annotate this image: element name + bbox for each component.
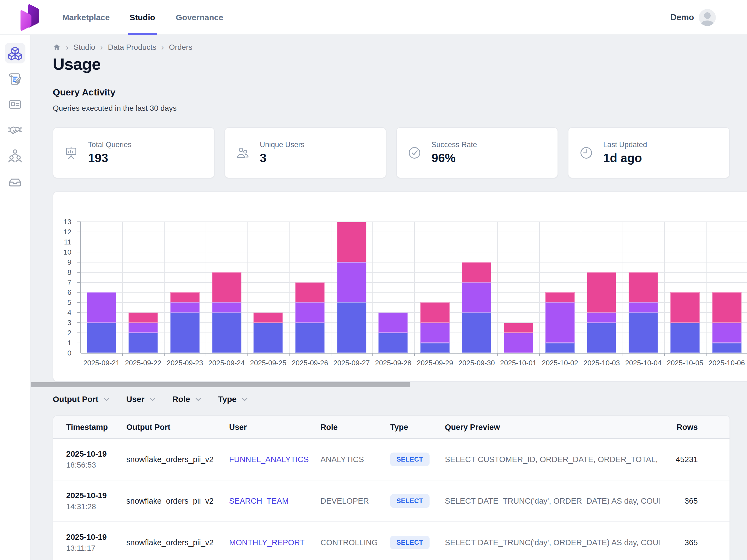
team-icon <box>7 148 23 163</box>
stats-row: Total Queries 193 Unique Users 3 Succe <box>53 127 730 178</box>
sidebar-item-teams[interactable] <box>5 146 25 166</box>
x-axis-label: 2025-10-01 <box>497 359 539 367</box>
nav-tab-governance[interactable]: Governance <box>176 0 223 35</box>
bar-segment-blue <box>462 312 491 353</box>
x-axis-label: 2025-09-26 <box>289 359 331 367</box>
filter-user[interactable]: User <box>126 394 157 404</box>
y-axis-label: 0 <box>53 349 76 357</box>
filter-label: Role <box>172 394 190 404</box>
avatar[interactable] <box>699 9 716 26</box>
gridline <box>81 262 747 262</box>
cell-query-preview: SELECT CUSTOMER_ID, ORDER_DATE, ORDER_TO… <box>445 455 660 464</box>
breadcrumb-studio[interactable]: Studio <box>74 43 95 52</box>
stat-value: 1d ago <box>603 151 647 165</box>
bar-segment-pink <box>504 323 533 333</box>
cell-date: 2025-10-19 <box>66 533 126 542</box>
gridline <box>372 222 373 353</box>
nav-tab-marketplace[interactable]: Marketplace <box>62 0 110 35</box>
sidebar-item-agreements[interactable] <box>5 120 25 141</box>
cell-user-link[interactable]: SEARCH_TEAM <box>229 497 320 506</box>
y-axis-label: 3 <box>53 319 76 327</box>
bar-segment-pink <box>295 282 325 303</box>
bar-segment-purple <box>712 323 742 343</box>
x-axis-line <box>81 353 747 354</box>
query-type-badge: SELECT <box>390 494 430 508</box>
cell-output-port: snowflake_orders_pii_v2 <box>126 455 229 464</box>
filter-type[interactable]: Type <box>218 394 249 404</box>
stat-value: 96% <box>432 151 477 165</box>
cell-time: 14:31:28 <box>66 502 126 511</box>
y-axis-label: 12 <box>53 228 76 236</box>
x-axis-label: 2025-09-24 <box>206 359 247 367</box>
filter-output-port[interactable]: Output Port <box>53 394 110 404</box>
horizontal-scrollbar-thumb[interactable] <box>31 382 410 387</box>
gridline <box>289 222 289 353</box>
gridline <box>623 222 623 353</box>
col-header-role: Role <box>320 423 390 432</box>
y-axis-label: 11 <box>53 238 76 246</box>
gridline <box>122 222 123 353</box>
breadcrumb-orders[interactable]: Orders <box>169 43 192 52</box>
clock-icon <box>579 146 593 160</box>
sidebar-item-inbox[interactable] <box>5 171 25 192</box>
check-circle-icon <box>407 146 422 160</box>
cell-query-preview: SELECT DATE_TRUNC('day', ORDER_DATE) AS … <box>445 538 660 547</box>
gridline <box>81 222 747 222</box>
cell-time: 13:11:17 <box>66 544 126 553</box>
sidebar-item-data-contracts[interactable] <box>5 68 25 89</box>
nav-tab-studio[interactable]: Studio <box>130 0 155 35</box>
stat-label: Success Rate <box>432 141 477 149</box>
filter-label: Type <box>218 394 236 404</box>
gridline <box>414 222 415 353</box>
bar-segment-pink <box>212 272 241 303</box>
bar-segment-blue <box>254 323 283 353</box>
x-axis-label: 2025-09-23 <box>164 359 206 367</box>
filter-role[interactable]: Role <box>172 394 202 404</box>
sidebar-item-output-ports[interactable] <box>5 94 25 115</box>
stat-label: Unique Users <box>260 141 305 149</box>
gridline <box>81 232 747 232</box>
bar-segment-blue <box>129 333 158 353</box>
bar-segment-pink <box>462 262 491 282</box>
y-axis-label: 9 <box>53 258 76 266</box>
gridline <box>81 242 747 242</box>
stat-value: 3 <box>260 151 305 165</box>
cell-output-port: snowflake_orders_pii_v2 <box>126 497 229 506</box>
home-icon[interactable] <box>53 43 61 51</box>
active-tab-underline <box>128 33 157 35</box>
bar-segment-purple <box>587 312 616 323</box>
bar-segment-pink <box>337 222 366 262</box>
user-name[interactable]: Demo <box>670 0 694 35</box>
bar-segment-purple <box>462 282 491 313</box>
gridline <box>331 222 331 353</box>
chevron-down-icon <box>241 396 249 403</box>
table-row[interactable]: 2025-10-19 13:11:17 snowflake_orders_pii… <box>53 522 729 560</box>
bar-segment-pink <box>420 302 450 323</box>
cell-user-link[interactable]: MONTHLY_REPORT <box>229 538 320 547</box>
gridline <box>706 222 706 353</box>
cell-user-link[interactable]: FUNNEL_ANALYTICS <box>229 455 320 464</box>
bar-segment-pink <box>587 272 616 313</box>
bar-segment-purple <box>129 323 158 333</box>
bar-segment-blue <box>212 312 241 353</box>
bar-segment-blue <box>170 312 200 353</box>
main-content: › Studio › Data Products › Orders Usage … <box>31 35 747 560</box>
y-axis-line <box>80 222 81 353</box>
app-logo-icon[interactable] <box>17 4 44 31</box>
bar-segment-purple <box>628 302 658 312</box>
x-axis-label: 2025-09-22 <box>122 359 164 367</box>
x-axis-label: 2025-09-28 <box>372 359 414 367</box>
breadcrumb-data-products[interactable]: Data Products <box>108 43 156 52</box>
table-row[interactable]: 2025-10-19 14:31:28 snowflake_orders_pii… <box>53 480 729 522</box>
y-axis-label: 8 <box>53 268 76 276</box>
table-row[interactable]: 2025-10-19 18:56:53 snowflake_orders_pii… <box>53 439 729 480</box>
stat-card-success-rate: Success Rate 96% <box>396 127 558 178</box>
bar-segment-purple <box>87 292 116 323</box>
sidebar-item-data-products[interactable] <box>5 43 25 63</box>
gridline <box>539 222 540 353</box>
horizontal-scrollbar-track <box>31 382 747 387</box>
bar-segment-blue <box>587 323 616 353</box>
gridline <box>164 222 164 353</box>
cell-role: DEVELOPER <box>320 497 390 506</box>
stat-card-last-updated: Last Updated 1d ago <box>568 127 730 178</box>
